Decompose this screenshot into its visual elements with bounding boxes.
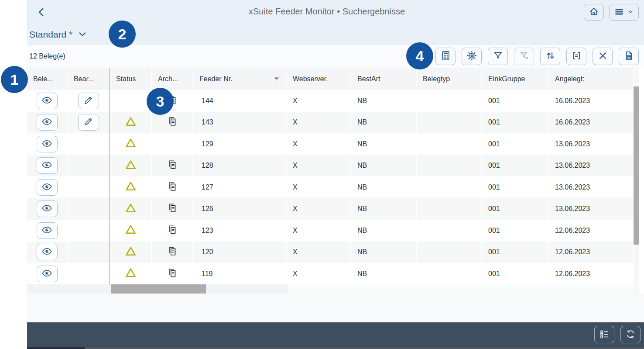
belegtyp-cell (417, 112, 482, 134)
page-title: xSuite Feeder Monitor • Suchergebnisse (79, 7, 574, 17)
close-button[interactable] (593, 48, 613, 65)
table-footer-spacer (27, 294, 644, 322)
bearbeiten-cell (68, 133, 110, 155)
export-spreadsheet-icon (623, 50, 634, 62)
feeder-nr-cell: 143 (193, 112, 287, 134)
view-button[interactable] (37, 179, 58, 196)
view-button[interactable] (37, 114, 58, 131)
refresh-button[interactable] (620, 326, 641, 343)
copy-document-icon[interactable] (167, 203, 178, 215)
table-row: 143 X NB 001 16.06.2023 (27, 112, 634, 134)
bestart-cell: NB (351, 112, 417, 134)
chevron-down-icon (627, 8, 634, 17)
copy-document-icon[interactable] (167, 225, 178, 237)
export-spreadsheet-button[interactable] (619, 48, 639, 65)
horizontal-scrollbar-thumb[interactable] (111, 284, 206, 294)
footer-bar (27, 322, 644, 347)
table-row: 128 X NB 001 13.06.2023 (27, 155, 634, 177)
variant-selector[interactable]: Standard * (29, 28, 87, 41)
view-button[interactable] (37, 244, 58, 260)
warning-triangle-icon (125, 137, 137, 151)
edit-button[interactable] (78, 114, 99, 131)
frozen-column-divider (110, 68, 110, 285)
view-button[interactable] (37, 200, 58, 217)
table-row: 120 X NB 001 12.06.2023 (27, 242, 634, 263)
sort-button[interactable] (540, 48, 560, 65)
view-button[interactable] (37, 222, 58, 239)
archive-cell (152, 176, 193, 198)
bearbeiten-cell (68, 263, 110, 285)
column-header-webserver[interactable]: Webserver. (287, 68, 351, 90)
bottom-edge-strip (27, 347, 644, 349)
belegtyp-cell (417, 90, 482, 112)
status-cell (110, 133, 152, 155)
column-header-belegtyp[interactable]: Belegtyp (417, 68, 482, 90)
eye-icon (41, 268, 52, 280)
list-details-button[interactable] (594, 326, 614, 343)
settings-button[interactable] (462, 48, 482, 65)
hamburger-icon (614, 7, 624, 18)
close-x-icon (597, 50, 608, 62)
refresh-icon (625, 329, 636, 341)
bestart-cell: NB (351, 220, 417, 242)
column-header-status[interactable]: Status (110, 68, 152, 90)
column-header-beleg[interactable]: Bele... (27, 68, 68, 90)
belegtyp-cell (417, 198, 482, 220)
home-icon (589, 7, 599, 18)
app-container: xSuite Feeder Monitor • Suchergebnisse S… (27, 0, 644, 349)
column-header-archiv[interactable]: Arch... (152, 68, 193, 90)
bestart-cell: NB (351, 90, 417, 112)
warning-triangle-icon (125, 116, 137, 129)
bearbeiten-cell (68, 242, 110, 263)
eye-icon (41, 246, 52, 258)
view-button[interactable] (37, 266, 58, 282)
column-header-bearbeiten[interactable]: Bear... (68, 68, 110, 90)
result-count: 12 Beleg(e) (29, 45, 65, 68)
column-header-einkgruppe[interactable]: EinkGruppe (482, 68, 549, 90)
view-button[interactable] (37, 93, 58, 109)
back-button[interactable] (34, 5, 49, 20)
bearbeiten-cell (68, 198, 110, 220)
column-header-feeder-nr[interactable]: Feeder Nr. (193, 68, 287, 90)
vertical-scrollbar[interactable] (634, 68, 639, 294)
status-cell (110, 90, 152, 112)
variant-label: Standard * (29, 29, 72, 40)
webserver-cell: X (287, 155, 351, 177)
view-button[interactable] (37, 136, 58, 152)
view-button[interactable] (37, 157, 58, 174)
copy-document-icon[interactable] (167, 116, 178, 128)
warning-triangle-icon (125, 180, 137, 194)
bearbeiten-cell (68, 155, 110, 177)
edit-button[interactable] (78, 93, 99, 109)
table-row: 119 X NB 001 12.06.2023 (27, 263, 634, 285)
column-header-bestart[interactable]: BestArt (351, 68, 417, 90)
bestart-cell: NB (351, 198, 417, 220)
vertical-scrollbar-thumb[interactable] (634, 86, 639, 245)
copy-document-icon[interactable] (167, 268, 178, 280)
feeder-nr-cell: 129 (193, 133, 287, 155)
feeder-nr-cell: 119 (193, 263, 287, 285)
gear-icon (466, 50, 477, 62)
webserver-cell: X (287, 242, 351, 263)
filter-button[interactable] (488, 48, 508, 65)
angelegt-cell: 13.06.2023 (549, 176, 634, 198)
beleg-cell (27, 155, 68, 177)
table-row: 127 X NB 001 13.06.2023 (27, 176, 634, 198)
clear-filter-button (514, 48, 534, 65)
calculator-button[interactable] (435, 48, 456, 65)
beleg-cell (27, 242, 68, 263)
webserver-cell: X (287, 220, 351, 242)
menu-button[interactable] (609, 4, 639, 21)
einkgruppe-cell: 001 (482, 90, 549, 112)
column-header-angelegt[interactable]: Angelegt: (549, 68, 634, 90)
archive-cell (152, 112, 193, 134)
copy-document-icon[interactable] (167, 246, 178, 258)
angelegt-cell: 13.06.2023 (549, 155, 634, 177)
angelegt-cell: 13.06.2023 (549, 198, 634, 220)
home-button[interactable] (584, 4, 604, 21)
copy-document-icon[interactable] (167, 181, 178, 194)
brackets-equal-button[interactable] (566, 48, 586, 65)
copy-document-icon[interactable] (167, 159, 178, 172)
einkgruppe-cell: 001 (482, 263, 549, 285)
horizontal-scrollbar[interactable] (27, 284, 634, 294)
